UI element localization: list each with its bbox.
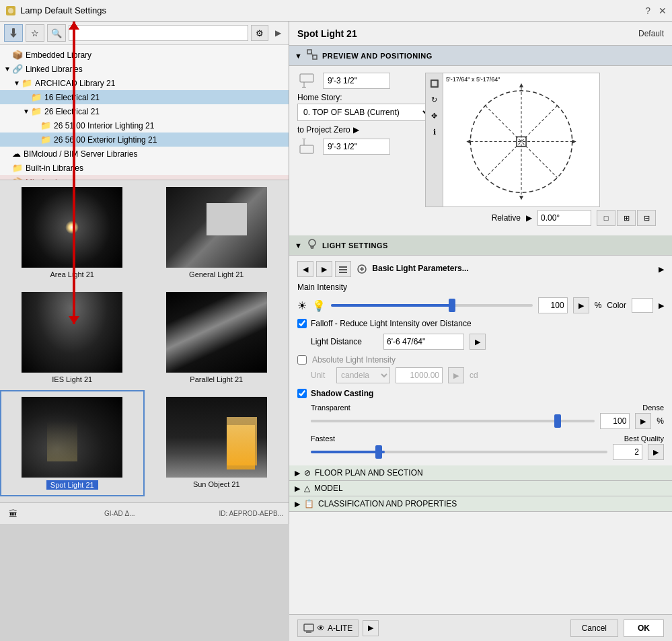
floor-plan-toggle: ▶ [295,469,300,478]
pen-button[interactable]: 👁 A-LITE [297,619,359,637]
quality-value[interactable]: 2 [613,444,642,460]
pin-icon [9,28,18,38]
absolute-checkbox[interactable] [297,355,307,365]
cancel-button[interactable]: Cancel [570,619,618,637]
expand-arrow[interactable]: ▶ [271,25,285,41]
grid-item-parallel[interactable]: Parallel Light 21 [145,285,289,390]
shadow-checkbox[interactable] [297,389,307,398]
angle-input[interactable]: 0.00° [537,210,591,226]
folder-icon: 📁 [31,92,42,102]
shadow-value[interactable]: 100 [600,413,630,429]
intensity-slider[interactable] [331,304,533,307]
grid-item-area[interactable]: Area Light 21 [0,180,145,285]
falloff-label: Falloff - Reduce Light Intensity over Di… [311,319,472,328]
light-distance-label: Light Distance [311,337,378,346]
tree-item-label: ARCHICAD Library 21 [35,79,115,88]
grid-item-spot[interactable]: Spot Light 21 [0,390,145,496]
tree-item-embedded[interactable]: 📦 Embedded Library [0,48,289,62]
search-input[interactable] [69,25,248,41]
tree-item-label: BIMcloud / BIM Server Libraries [24,149,137,159]
tree-item-linked[interactable]: ▼ 🔗 Linked Libraries [0,62,289,76]
preview-toolbar: 🔲 ↻ ✥ ℹ [426,73,443,206]
quality-slider[interactable] [311,451,607,453]
height-bottom-input[interactable]: 9'-3 1/2" [323,139,390,155]
view-3d-btn[interactable]: ⊞ [617,210,636,226]
nav-prev-btn[interactable]: ◀ [297,261,313,277]
quality-thumb[interactable] [375,445,382,459]
info-icon[interactable]: ℹ [427,124,442,139]
preview-controls: 9'-3 1/2" Home Story: 0. TOP OF SLAB (Cu… [297,73,418,155]
intensity-thumb[interactable] [449,299,455,312]
grid-item-sun[interactable]: Sun Object 21 [145,390,289,496]
tree-item-exterior[interactable]: 📁 26 56 00 Exterior Lighting 21 [0,133,289,147]
tree-item-elec16[interactable]: 📁 16 Electrical 21 [0,90,289,104]
tree-item-interior[interactable]: 📁 26 51 00 Interior Lighting 21 [0,118,289,133]
home-story-select[interactable]: 0. TOP OF SLAB (Current) [297,104,432,121]
shadow-thumb[interactable] [554,414,561,428]
chevron-right-icon: ▶ [353,125,359,135]
color-arrow[interactable]: ▶ [659,301,664,310]
height-top-input[interactable]: 9'-3 1/2" [323,73,390,89]
pin-button[interactable] [4,24,23,42]
color-label: Color [607,301,626,310]
help-button[interactable]: ? [645,5,650,16]
light-distance-input[interactable]: 6'-6 47/64" [383,334,464,350]
grid-item-general[interactable]: General Light 21 [145,180,289,285]
intensity-value[interactable]: 100 [538,297,568,313]
classification-toggle: ▶ [295,500,300,508]
tree-item-label: 16 Electrical 21 [44,93,100,102]
floor-plan-section[interactable]: ▶ ⊘ FLOOR PLAN AND SECTION [289,465,672,481]
collapse-icon: ▼ [295,52,302,60]
model-section[interactable]: ▶ △ MODEL [289,481,672,496]
ok-button[interactable]: OK [624,619,664,637]
close-button[interactable]: ✕ [659,5,667,16]
view-extra-btn[interactable]: ⊟ [637,210,656,226]
search-button[interactable]: 🔍 [47,24,66,42]
nav-params-label: Basic Light Parameters... [354,264,656,274]
intensity-arrow[interactable]: ▶ [573,297,589,313]
star-button[interactable]: ☆ [26,24,44,42]
classification-section[interactable]: ▶ 📋 CLASSIFICATION AND PROPERTIES [289,496,672,512]
falloff-checkbox[interactable] [297,319,307,328]
to-project-zero-btn[interactable]: to Project Zero ▶ [297,125,418,135]
bottom-bar: 🏛 GI-AD Δ... ID: AEPROD-AEPB... [0,502,289,524]
height-top-row: 9'-3 1/2" [297,73,418,89]
tree-item-missing[interactable]: 📦 Missing lamps [0,175,289,180]
to-project-zero-label: to Project Zero [297,125,350,135]
shadow-slider[interactable] [311,420,595,422]
preview-header[interactable]: ▼ PREVIEW AND POSITIONING [289,46,672,66]
height-bottom-row: 9'-3 1/2" [297,139,418,155]
height-icon [297,73,319,89]
sun-icon: ☀ [297,299,307,312]
home-icon[interactable]: 🏛 [5,506,20,521]
pen-arrow[interactable]: ▶ [363,620,379,636]
params-icon [357,264,367,274]
quality-arrow[interactable]: ▶ [648,444,664,460]
default-label: Default [638,29,664,38]
tree-item-archicad[interactable]: ▼ 📁 ARCHICAD Library 21 [0,76,289,90]
unit-number[interactable]: 1000.00 [396,367,443,383]
nav-list-btn[interactable] [335,261,351,277]
tree-item-bimcloud[interactable]: ☁ BIMcloud / BIM Server Libraries [0,147,289,161]
unit-select[interactable]: candela [336,367,390,383]
svg-point-23 [309,239,315,246]
tree-item-elec26[interactable]: ▼ 📁 26 Electrical 21 [0,104,289,118]
light-header[interactable]: ▼ LIGHT SETTINGS [289,235,672,256]
classification-title: CLASSIFICATION AND PROPERTIES [318,499,457,508]
params-arrow[interactable]: ▶ [659,265,664,274]
toggle-icon: ▼ [12,79,22,87]
zoom-icon[interactable]: 🔲 [427,76,442,91]
unit-arrow[interactable]: ▶ [448,367,464,383]
grid-item-extra[interactable] [0,496,145,502]
nav-next-btn[interactable]: ▶ [316,261,332,277]
shadow-arrow[interactable]: ▶ [635,413,651,429]
color-picker[interactable] [632,298,653,313]
tree-item-builtin[interactable]: 📁 Built-in Libraries [0,161,289,175]
distance-arrow[interactable]: ▶ [470,334,486,350]
gear-button[interactable]: ⚙ [251,25,268,41]
unit-label: Unit [311,371,331,380]
rotate-icon[interactable]: ↻ [427,92,442,107]
grid-item-ies[interactable]: IES Light 21 [0,285,145,390]
view-2d-btn[interactable]: □ [597,210,615,226]
move-icon[interactable]: ✥ [427,108,442,123]
